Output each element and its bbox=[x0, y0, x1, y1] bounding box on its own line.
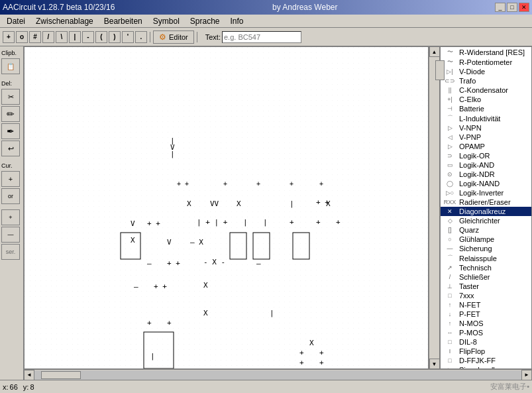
tool-bkslash[interactable]: \ bbox=[56, 31, 68, 43]
component-icon: ⌒ bbox=[443, 254, 456, 262]
tool-lparen[interactable]: ( bbox=[95, 31, 107, 43]
tool-minus[interactable]: - bbox=[82, 31, 94, 43]
svg-text:+     +: + + bbox=[154, 282, 167, 291]
component-item[interactable]: ⊃Logik-OR bbox=[441, 151, 531, 160]
component-item[interactable]: 〜R-Potentiometer bbox=[441, 57, 531, 67]
tool-hash[interactable]: # bbox=[29, 31, 41, 43]
scroll-up-button[interactable]: ▲ bbox=[429, 46, 440, 57]
text-input[interactable] bbox=[222, 31, 301, 43]
circuit-canvas[interactable]: | V | + + + + + + X VV X bbox=[25, 47, 428, 368]
horizontal-scrollbar[interactable]: ◄ ► bbox=[24, 369, 532, 380]
canvas-area[interactable]: | V | + + + + + + X VV X bbox=[24, 46, 429, 369]
tool-extra3[interactable]: ser. bbox=[1, 244, 20, 260]
component-label: N-FET bbox=[459, 301, 480, 309]
svg-text:|: | bbox=[270, 309, 274, 317]
component-label: Logik-OR bbox=[459, 152, 490, 160]
menu-bar: Datei Zwischenablage Bearbeiten Symbol S… bbox=[0, 15, 532, 28]
cut-tool[interactable]: ✂ bbox=[1, 89, 20, 105]
svg-text:X: X bbox=[203, 309, 208, 317]
component-item[interactable]: /Schließer bbox=[441, 272, 531, 282]
component-item[interactable]: ⌒Relaisspule bbox=[441, 253, 531, 263]
component-icon: / bbox=[443, 274, 456, 280]
tool-rparen[interactable]: ) bbox=[109, 31, 121, 43]
component-item[interactable]: ▷○Logik-Inverter bbox=[441, 188, 531, 197]
tool-pipe[interactable]: | bbox=[69, 31, 81, 43]
component-item[interactable]: ◇Gleichrichter bbox=[441, 216, 531, 225]
component-label: C-Kondensator bbox=[459, 86, 508, 94]
vertical-scrollbar[interactable]: ▲ ▼ bbox=[429, 46, 439, 369]
clipboard-tool[interactable]: 📋 bbox=[1, 58, 20, 74]
editor-button[interactable]: ⚙ Editor bbox=[153, 30, 194, 44]
status-bar: x: 66 y: 8 安富莱电子• bbox=[0, 380, 532, 393]
menu-zwischenablage[interactable]: Zwischenablage bbox=[30, 15, 99, 27]
tool-fwslash[interactable]: / bbox=[42, 31, 54, 43]
component-item[interactable]: RXXRadierer/Eraser bbox=[441, 197, 531, 207]
component-item[interactable]: ⊙Logik-NDR bbox=[441, 170, 531, 179]
component-item[interactable]: ✕Diagonalkreuz bbox=[441, 207, 531, 216]
svg-text:+: + bbox=[299, 359, 304, 367]
component-item[interactable]: ⊣Batterie bbox=[441, 104, 531, 113]
menu-datei[interactable]: Datei bbox=[1, 15, 30, 27]
component-item[interactable]: □D-FFJK-FF bbox=[441, 356, 531, 365]
undo-tool[interactable]: ↩ bbox=[1, 140, 20, 156]
component-icon: ▷ bbox=[443, 143, 456, 150]
component-item[interactable]: ⊂⊃Trafo bbox=[441, 76, 531, 85]
component-item[interactable]: ▷OPAMP bbox=[441, 142, 531, 151]
component-item[interactable]: ⌒L-Induktivität bbox=[441, 113, 531, 123]
scroll-right-button[interactable]: ► bbox=[521, 370, 532, 380]
left-toolbar: Clipb. 📋 Del: ✂ ✏ ✒ ↩ Cur. + or + — ser. bbox=[0, 46, 24, 380]
component-item[interactable]: IFlipFlop bbox=[441, 347, 531, 356]
component-item[interactable]: ⊥Taster bbox=[441, 282, 531, 291]
close-button[interactable]: ✕ bbox=[519, 3, 529, 12]
component-label: Sicherung bbox=[459, 245, 492, 253]
component-item[interactable]: ↑N-MOS bbox=[441, 319, 531, 328]
component-item[interactable]: 〜R-Widerstand [RES] bbox=[441, 47, 531, 57]
menu-info[interactable]: Info bbox=[225, 15, 249, 27]
svg-text:+: + bbox=[223, 180, 227, 188]
component-item[interactable]: []Quarz bbox=[441, 225, 531, 235]
component-item[interactable]: ◁V-PNP bbox=[441, 133, 531, 142]
component-item[interactable]: ↑N-FET bbox=[441, 300, 531, 309]
scroll-down-button[interactable]: ▼ bbox=[429, 359, 440, 369]
menu-sprache[interactable]: Sprache bbox=[185, 15, 225, 27]
component-item[interactable]: ↓P-FET bbox=[441, 309, 531, 319]
tool-extra2[interactable]: — bbox=[1, 227, 20, 243]
svg-text:X: X bbox=[237, 199, 241, 208]
menu-symbol[interactable]: Symbol bbox=[148, 15, 185, 27]
component-item[interactable]: ▭Logik-AND bbox=[441, 160, 531, 170]
component-label: Relaisspule bbox=[459, 254, 497, 262]
component-icon: I bbox=[443, 348, 456, 355]
draw-tool[interactable]: ✏ bbox=[1, 106, 20, 122]
tool-apostrophe[interactable]: ' bbox=[122, 31, 134, 43]
pencil-tool[interactable]: ✒ bbox=[1, 123, 20, 139]
cursor-plus[interactable]: + bbox=[1, 171, 20, 187]
component-item[interactable]: □7xxx bbox=[441, 291, 531, 300]
component-item[interactable]: ↔P-MOS bbox=[441, 328, 531, 337]
component-item[interactable]: ||C-Kondensator bbox=[441, 85, 531, 95]
maximize-button[interactable]: □ bbox=[507, 3, 517, 12]
minimize-button[interactable]: _ bbox=[495, 3, 505, 12]
component-item[interactable]: ○Glühlampe bbox=[441, 235, 531, 244]
component-list[interactable]: 〜R-Widerstand [RES]〜R-Potentiometer▷|V-D… bbox=[440, 46, 532, 369]
svg-text:+: + bbox=[336, 218, 341, 227]
tool-o[interactable]: o bbox=[16, 31, 28, 43]
cursor-or[interactable]: or bbox=[1, 188, 20, 204]
component-item[interactable]: —Sicherung bbox=[441, 244, 531, 253]
component-label: Trafo bbox=[459, 77, 476, 85]
component-label: R-Potentiometer bbox=[459, 58, 512, 66]
tool-plus[interactable]: + bbox=[3, 31, 15, 43]
svg-text:—: — bbox=[134, 282, 138, 291]
component-item[interactable]: ▷V-NPN bbox=[441, 123, 531, 133]
menu-bearbeiten[interactable]: Bearbeiten bbox=[99, 15, 148, 27]
component-item[interactable]: +|C-Elko bbox=[441, 95, 531, 104]
scroll-left-button[interactable]: ◄ bbox=[24, 370, 34, 380]
component-item[interactable]: ▷|V-Diode bbox=[441, 67, 531, 76]
tool-dot[interactable]: . bbox=[135, 31, 147, 43]
y-coord: y: 8 bbox=[23, 383, 34, 391]
tool-extra1[interactable]: + bbox=[1, 209, 20, 225]
component-item[interactable]: ↗Technisch bbox=[441, 263, 531, 272]
component-item[interactable]: □DIL-8 bbox=[441, 337, 531, 347]
component-item[interactable]: ◯Logik-NAND bbox=[441, 179, 531, 188]
component-icon: ⌒ bbox=[443, 114, 456, 123]
component-label: FlipFlop bbox=[459, 347, 485, 355]
